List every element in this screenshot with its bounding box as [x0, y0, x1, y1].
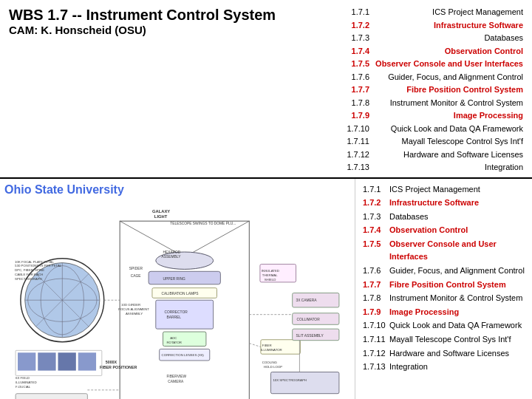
page-subtitle: CAM: K. Honscheid (OSU)	[9, 24, 346, 36]
page-header: WBS 1.7 -- Instrument Control System CAM…	[0, 0, 532, 179]
svg-text:ADC: ADC	[170, 335, 177, 339]
wbs-text: Image Processing	[372, 109, 523, 122]
diagram-area: Ohio State University 10K FOCAL PLAT	[0, 179, 355, 400]
wbs-item-text: Instrument Monitor & Control System	[389, 292, 525, 305]
wbs-panel-item: 1.7.6Guider, Focus, and Alignment Contro…	[363, 265, 525, 278]
wbs-text: Observer Console and User Interfaces	[372, 58, 523, 70]
wbs-number: 1.7.2	[346, 19, 369, 32]
wbs-number: 1.7.11	[346, 135, 369, 148]
svg-text:GALAXY: GALAXY	[152, 208, 170, 213]
institution-label: Ohio State University	[4, 183, 350, 197]
wbs-number: 1.7.12	[346, 149, 369, 161]
wbs-number: 1.7.6	[346, 71, 369, 83]
wbs-panel-item: 1.7.5Observer Console and User Interface…	[363, 238, 525, 264]
wbs-item-number: 1.7.10	[363, 319, 386, 332]
svg-rect-81	[18, 352, 35, 370]
svg-text:530 POSITIONERS PER PETAL: 530 POSITIONERS PER PETAL	[15, 264, 62, 267]
svg-text:DPC, FIBER, SPINE: DPC, FIBER, SPINE	[15, 268, 44, 272]
wbs-header-item: 1.7.12Hardware and Software Licenses	[346, 149, 523, 161]
wbs-item-number: 1.7.11	[363, 333, 386, 347]
wbs-item-number: 1.7.6	[363, 265, 386, 278]
svg-text:SHIELD: SHIELD	[265, 277, 276, 281]
svg-text:CALIBRATION LAMPS: CALIBRATION LAMPS	[162, 292, 200, 296]
wbs-header-item: 1.7.7Fibre Position Control System	[346, 83, 523, 96]
wbs-text: Infrastructure Software	[372, 19, 523, 32]
wbs-header-item: 1.7.5Observer Console and User Interface…	[346, 58, 523, 70]
wbs-header-item: 1.7.13Integration	[346, 161, 523, 174]
svg-rect-83	[58, 352, 75, 370]
wbs-panel-item: 1.7.10Quick Look and Data QA Framework	[363, 319, 525, 332]
svg-text:COOLING: COOLING	[262, 360, 278, 364]
wbs-header-item: 1.7.2Infrastructure Software	[346, 19, 523, 32]
svg-text:ILLUMINATED: ILLUMINATED	[16, 381, 37, 384]
svg-text:HEXAPOD: HEXAPOD	[163, 250, 181, 253]
wbs-item-number: 1.7.1	[363, 183, 386, 197]
telescope-diagram: 10K FOCAL PLATE PETAL 530 POSITIONERS PE…	[4, 200, 350, 400]
wbs-number: 1.7.8	[346, 97, 369, 109]
svg-text:CORRECTION LENSES (X6): CORRECTION LENSES (X6)	[162, 353, 205, 357]
svg-text:10D GIRDER: 10D GIRDER	[121, 303, 140, 307]
svg-text:CAGE: CAGE	[131, 274, 142, 278]
svg-text:THERMAL: THERMAL	[262, 273, 278, 277]
wbs-item-number: 1.7.13	[363, 361, 386, 374]
wbs-number: 1.7.10	[346, 123, 369, 135]
svg-text:CABLE FOR EACH: CABLE FOR EACH	[15, 273, 43, 276]
header-left: WBS 1.7 -- Instrument Control System CAM…	[9, 6, 346, 36]
svg-text:HOLD LOOP: HOLD LOOP	[264, 364, 283, 368]
wbs-panel-item: 1.7.4Observation Control	[363, 224, 525, 237]
svg-text:FIBERVIEW: FIBERVIEW	[166, 375, 186, 378]
wbs-panel-item: 1.7.12Hardware and Software Licenses	[363, 347, 525, 361]
wbs-number: 1.7.7	[346, 83, 369, 96]
wbs-text: Observation Control	[372, 45, 523, 58]
svg-text:TELESCOPE SWINGS TO DOME PLU..: TELESCOPE SWINGS TO DOME PLU...	[170, 222, 236, 225]
wbs-list-header: 1.7.1ICS Project Management1.7.2Infrastr…	[346, 6, 523, 174]
wbs-panel-item: 1.7.8Instrument Monitor & Control System	[363, 292, 525, 305]
wbs-list-panel: 1.7.1ICS Project Management1.7.2Infrastr…	[355, 179, 532, 400]
wbs-panel-item: 1.7.3Databases	[363, 211, 525, 224]
wbs-item-number: 1.7.3	[363, 211, 386, 224]
wbs-panel-item: 1.7.7Fibre Position Control System	[363, 279, 525, 292]
wbs-item-number: 1.7.8	[363, 292, 386, 305]
page-title: WBS 1.7 -- Instrument Control System	[9, 6, 346, 24]
wbs-item-number: 1.7.9	[363, 306, 386, 319]
svg-text:FIBER POSITIONER: FIBER POSITIONER	[100, 364, 137, 369]
svg-text:FIBER: FIBER	[262, 344, 272, 347]
wbs-item-text: Observation Control	[389, 224, 525, 237]
wbs-item-text: Guider, Focus, and Alignment Control	[389, 265, 525, 278]
svg-text:SPIDER: SPIDER	[129, 267, 143, 270]
wbs-item-number: 1.7.12	[363, 347, 386, 361]
wbs-item-text: Fibre Position Control System	[389, 279, 525, 292]
wbs-header-item: 1.7.10Quick Look and Data QA Framework	[346, 123, 523, 135]
wbs-item-number: 1.7.7	[363, 279, 386, 292]
svg-text:10X SPECTROGRAPH: 10X SPECTROGRAPH	[273, 378, 307, 382]
wbs-item-text: Infrastructure Software	[389, 197, 525, 210]
wbs-panel-item: 1.7.2Infrastructure Software	[363, 197, 525, 210]
svg-rect-26	[156, 300, 214, 329]
svg-rect-84	[78, 352, 96, 370]
svg-text:LIGHT: LIGHT	[154, 214, 168, 219]
svg-text:ROTATOR: ROTATOR	[166, 340, 182, 344]
wbs-item-number: 1.7.2	[363, 197, 386, 210]
svg-rect-66	[16, 393, 87, 399]
main-content: Ohio State University 10K FOCAL PLAT	[0, 179, 532, 400]
wbs-number: 1.7.3	[346, 32, 369, 44]
wbs-item-text: Observer Console and User Interfaces	[389, 238, 525, 264]
wbs-header-item: 1.7.6Guider, Focus, and Alignment Contro…	[346, 71, 523, 83]
svg-text:5000X: 5000X	[106, 359, 117, 364]
svg-text:CORRECTOR: CORRECTOR	[164, 310, 188, 313]
wbs-item-number: 1.7.4	[363, 224, 386, 237]
wbs-number: 1.7.4	[346, 45, 369, 58]
wbs-text: Fibre Position Control System	[372, 83, 523, 96]
wbs-text: Instrument Monitor & Control System	[372, 97, 523, 109]
wbs-header-item: 1.7.4Observation Control	[346, 45, 523, 58]
wbs-item-text: Integration	[389, 361, 525, 374]
wbs-text: Guider, Focus, and Alignment Control	[372, 71, 523, 83]
wbs-item-text: Quick Look and Data QA Framework	[389, 319, 525, 332]
wbs-header-item: 1.7.9Image Processing	[346, 109, 523, 122]
wbs-item-number: 1.7.5	[363, 238, 386, 264]
wbs-item-text: Hardware and Software Licenses	[389, 347, 525, 361]
wbs-header-item: 1.7.11Mayall Telescope Control Sys Int'f	[346, 135, 523, 148]
svg-rect-61	[270, 372, 338, 393]
wbs-item-text: Databases	[389, 211, 525, 224]
svg-text:ASSEMBLY: ASSEMBLY	[126, 311, 143, 315]
